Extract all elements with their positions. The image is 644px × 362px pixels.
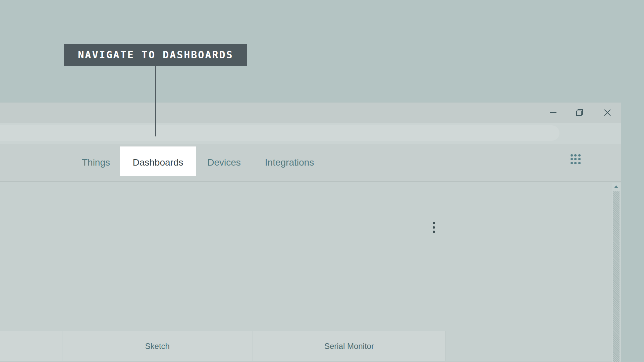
page-scrollbar[interactable] xyxy=(612,183,621,362)
browser-toolbar: b-cd277ea3651f/setup ☆ xyxy=(0,123,621,145)
address-bar[interactable] xyxy=(0,125,559,141)
app-navbar: Things Dashboards Devices Integrations xyxy=(0,144,621,182)
tutorial-callout-label: NAVIGATE TO DASHBOARDS xyxy=(78,49,233,61)
nav-tab-devices[interactable]: Devices xyxy=(207,144,241,181)
maximize-button[interactable] xyxy=(569,103,590,123)
browser-titlebar xyxy=(0,103,621,123)
nav-tab-dashboards[interactable]: Dashboards xyxy=(133,144,183,181)
screenshot-stage: NAVIGATE TO DASHBOARDS xyxy=(0,0,644,362)
panel-tab-serial-monitor[interactable]: Serial Monitor xyxy=(253,331,446,361)
panel-tab-bar: Sketch Serial Monitor xyxy=(0,331,446,361)
close-button[interactable] xyxy=(597,103,618,123)
close-icon xyxy=(603,109,611,117)
nav-tab-integrations[interactable]: Integrations xyxy=(265,144,314,181)
nav-tab-things[interactable]: Things xyxy=(82,144,110,181)
minimize-icon xyxy=(549,112,557,113)
minimize-button[interactable] xyxy=(542,103,564,123)
panel-tab-blank xyxy=(0,331,62,361)
browser-window: b-cd277ea3651f/setup ☆ Things Dashboards… xyxy=(0,103,621,362)
restore-icon xyxy=(576,109,583,116)
tutorial-callout: NAVIGATE TO DASHBOARDS xyxy=(64,44,247,66)
tutorial-pointer-line xyxy=(155,66,156,136)
page-content: Sketch Serial Monitor ADD Device xyxy=(0,182,621,362)
apps-grid-icon[interactable] xyxy=(570,154,581,165)
scrollbar-thumb[interactable] xyxy=(613,191,620,362)
panel-tab-sketch[interactable]: Sketch xyxy=(62,331,253,361)
scrollbar-up-arrow-icon[interactable] xyxy=(612,184,621,189)
kebab-menu-icon[interactable] xyxy=(429,220,438,235)
